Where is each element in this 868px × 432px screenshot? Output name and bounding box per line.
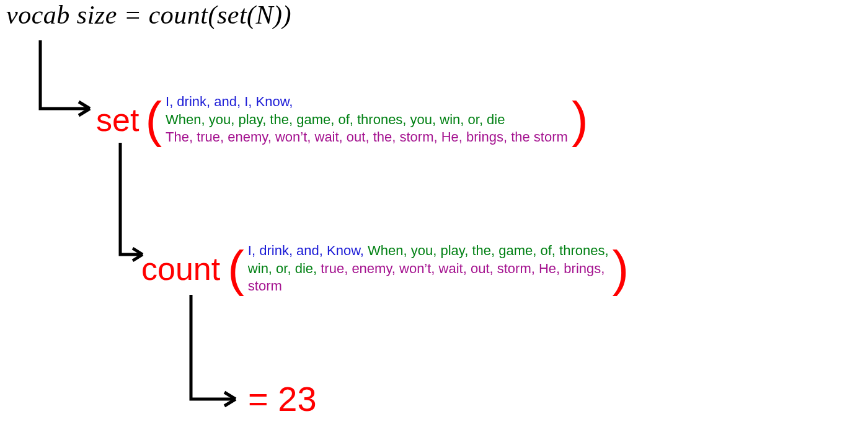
count-tokens: I, drink, and, Know, When, you, play, th…: [248, 242, 609, 295]
arrow-to-set: [34, 40, 102, 124]
set-fn-label: set: [96, 104, 139, 136]
set-tokens: I, drink, and, I, Know, When, you, play,…: [166, 93, 568, 146]
count-lparen: (: [228, 246, 244, 291]
set-rparen: ): [572, 97, 588, 142]
set-block: set ( I, drink, and, I, Know, When, you,…: [96, 93, 588, 146]
count-rparen: ): [613, 246, 629, 291]
diagram-stage: vocab size = count(set(N)) set ( I, drin…: [0, 0, 868, 432]
formula-text: vocab size = count(set(N)): [6, 0, 291, 30]
count-block: count ( I, drink, and, Know, When, you, …: [141, 242, 629, 295]
set-line2: When, you, play, the, game, of, thrones,…: [166, 112, 505, 127]
count-fn-label: count: [141, 253, 220, 285]
set-lparen: (: [145, 97, 162, 142]
count-seg-purple: true, enemy, won’t, wait, out, storm, He…: [321, 261, 604, 276]
count-seg-blue: I, drink, and, Know,: [248, 243, 368, 258]
set-line1: I, drink, and, I, Know,: [166, 94, 293, 109]
result-block: = 23: [248, 382, 317, 416]
count-seg-green1: When, you, play, the, game, of, thrones,: [368, 243, 608, 258]
count-storm: storm: [248, 278, 282, 294]
result-text: = 23: [248, 379, 317, 418]
count-seg-green2: win, or, die,: [248, 261, 321, 276]
arrow-to-result: [186, 295, 248, 413]
set-line3: The, true, enemy, won’t, wait, out, the,…: [166, 129, 568, 145]
